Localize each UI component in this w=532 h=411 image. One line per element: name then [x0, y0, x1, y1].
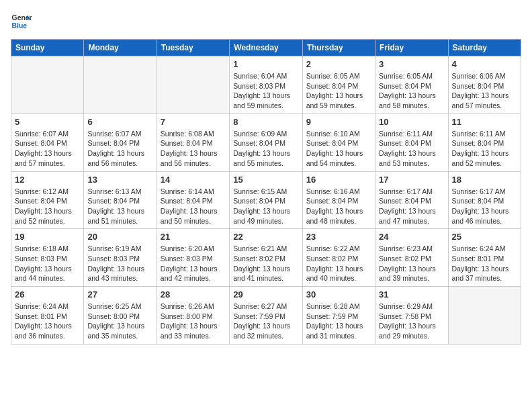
calendar-cell: 11Sunrise: 6:11 AM Sunset: 8:04 PM Dayli… — [448, 113, 521, 171]
day-number: 6 — [87, 117, 152, 127]
calendar-cell — [84, 56, 157, 114]
day-number: 13 — [87, 175, 152, 185]
weekday-header-saturday: Saturday — [448, 40, 521, 56]
calendar-cell: 7Sunrise: 6:08 AM Sunset: 8:04 PM Daylig… — [157, 113, 229, 171]
day-info: Sunrise: 6:12 AM Sunset: 8:04 PM Dayligh… — [15, 187, 80, 226]
calendar-cell: 28Sunrise: 6:26 AM Sunset: 8:00 PM Dayli… — [157, 287, 229, 345]
calendar-cell: 27Sunrise: 6:25 AM Sunset: 8:00 PM Dayli… — [84, 287, 157, 345]
day-number: 8 — [233, 117, 298, 127]
day-info: Sunrise: 6:05 AM Sunset: 8:04 PM Dayligh… — [379, 71, 444, 111]
day-info: Sunrise: 6:17 AM Sunset: 8:04 PM Dayligh… — [452, 187, 517, 226]
calendar-cell: 15Sunrise: 6:15 AM Sunset: 8:04 PM Dayli… — [230, 171, 302, 229]
day-number: 16 — [306, 175, 371, 185]
day-number: 20 — [87, 232, 152, 242]
day-number: 31 — [379, 289, 444, 300]
calendar-cell: 13Sunrise: 6:13 AM Sunset: 8:04 PM Dayli… — [84, 171, 157, 229]
week-row-3: 19Sunrise: 6:18 AM Sunset: 8:03 PM Dayli… — [11, 229, 521, 287]
calendar-cell: 9Sunrise: 6:10 AM Sunset: 8:04 PM Daylig… — [302, 113, 375, 171]
calendar-cell: 31Sunrise: 6:29 AM Sunset: 7:58 PM Dayli… — [375, 287, 448, 345]
calendar-table: SundayMondayTuesdayWednesdayThursdayFrid… — [11, 39, 521, 345]
day-number: 17 — [379, 175, 444, 185]
weekday-header-sunday: Sunday — [11, 40, 84, 56]
calendar-cell: 29Sunrise: 6:27 AM Sunset: 7:59 PM Dayli… — [230, 287, 302, 345]
calendar-cell: 2Sunrise: 6:05 AM Sunset: 8:04 PM Daylig… — [302, 56, 375, 114]
day-info: Sunrise: 6:16 AM Sunset: 8:04 PM Dayligh… — [306, 187, 371, 226]
weekday-header-wednesday: Wednesday — [230, 40, 302, 56]
day-info: Sunrise: 6:29 AM Sunset: 7:58 PM Dayligh… — [379, 302, 444, 341]
day-info: Sunrise: 6:07 AM Sunset: 8:04 PM Dayligh… — [15, 129, 80, 169]
calendar-cell: 21Sunrise: 6:20 AM Sunset: 8:03 PM Dayli… — [157, 229, 229, 287]
day-info: Sunrise: 6:25 AM Sunset: 8:00 PM Dayligh… — [87, 302, 152, 341]
calendar-cell: 16Sunrise: 6:16 AM Sunset: 8:04 PM Dayli… — [302, 171, 375, 229]
day-number: 11 — [452, 117, 517, 127]
day-info: Sunrise: 6:17 AM Sunset: 8:04 PM Dayligh… — [379, 187, 444, 226]
day-info: Sunrise: 6:19 AM Sunset: 8:03 PM Dayligh… — [87, 244, 152, 283]
day-number: 29 — [233, 289, 298, 300]
day-info: Sunrise: 6:22 AM Sunset: 8:02 PM Dayligh… — [306, 244, 371, 283]
day-number: 28 — [161, 289, 226, 300]
day-info: Sunrise: 6:11 AM Sunset: 8:04 PM Dayligh… — [379, 129, 444, 169]
week-row-1: 5Sunrise: 6:07 AM Sunset: 8:04 PM Daylig… — [11, 113, 521, 171]
day-number: 4 — [452, 59, 517, 69]
day-info: Sunrise: 6:21 AM Sunset: 8:02 PM Dayligh… — [233, 244, 298, 283]
calendar-cell: 23Sunrise: 6:22 AM Sunset: 8:02 PM Dayli… — [302, 229, 375, 287]
day-info: Sunrise: 6:13 AM Sunset: 8:04 PM Dayligh… — [87, 187, 152, 226]
day-number: 25 — [452, 232, 517, 242]
calendar-cell: 17Sunrise: 6:17 AM Sunset: 8:04 PM Dayli… — [375, 171, 448, 229]
day-info: Sunrise: 6:24 AM Sunset: 8:01 PM Dayligh… — [452, 244, 517, 283]
day-info: Sunrise: 6:15 AM Sunset: 8:04 PM Dayligh… — [233, 187, 298, 226]
calendar-cell: 3Sunrise: 6:05 AM Sunset: 8:04 PM Daylig… — [375, 56, 448, 114]
weekday-header-friday: Friday — [375, 40, 448, 56]
calendar-cell — [11, 56, 84, 114]
day-info: Sunrise: 6:27 AM Sunset: 7:59 PM Dayligh… — [233, 302, 298, 341]
calendar-cell: 10Sunrise: 6:11 AM Sunset: 8:04 PM Dayli… — [375, 113, 448, 171]
day-number: 27 — [87, 289, 152, 300]
week-row-0: 1Sunrise: 6:04 AM Sunset: 8:03 PM Daylig… — [11, 56, 521, 114]
day-number: 18 — [452, 175, 517, 185]
calendar-cell: 4Sunrise: 6:06 AM Sunset: 8:04 PM Daylig… — [448, 56, 521, 114]
calendar-cell: 5Sunrise: 6:07 AM Sunset: 8:04 PM Daylig… — [11, 113, 84, 171]
day-number: 14 — [161, 175, 226, 185]
weekday-header-thursday: Thursday — [302, 40, 375, 56]
calendar-cell: 24Sunrise: 6:23 AM Sunset: 8:02 PM Dayli… — [375, 229, 448, 287]
day-number: 5 — [15, 117, 80, 127]
day-number: 9 — [306, 117, 371, 127]
day-number: 12 — [15, 175, 80, 185]
calendar-cell: 18Sunrise: 6:17 AM Sunset: 8:04 PM Dayli… — [448, 171, 521, 229]
day-number: 30 — [306, 289, 371, 300]
calendar-cell: 20Sunrise: 6:19 AM Sunset: 8:03 PM Dayli… — [84, 229, 157, 287]
day-info: Sunrise: 6:10 AM Sunset: 8:04 PM Dayligh… — [306, 129, 371, 169]
day-info: Sunrise: 6:04 AM Sunset: 8:03 PM Dayligh… — [233, 71, 298, 111]
day-number: 26 — [15, 289, 80, 300]
day-number: 7 — [161, 117, 226, 127]
calendar-cell: 1Sunrise: 6:04 AM Sunset: 8:03 PM Daylig… — [230, 56, 302, 114]
day-info: Sunrise: 6:24 AM Sunset: 8:01 PM Dayligh… — [15, 302, 80, 341]
calendar-cell: 14Sunrise: 6:14 AM Sunset: 8:04 PM Dayli… — [157, 171, 229, 229]
logo: General Blue — [11, 11, 32, 32]
calendar-cell: 30Sunrise: 6:28 AM Sunset: 7:59 PM Dayli… — [302, 287, 375, 345]
day-info: Sunrise: 6:08 AM Sunset: 8:04 PM Dayligh… — [161, 129, 226, 169]
day-info: Sunrise: 6:20 AM Sunset: 8:03 PM Dayligh… — [161, 244, 226, 283]
day-number: 3 — [379, 59, 444, 69]
weekday-header-tuesday: Tuesday — [157, 40, 229, 56]
day-number: 1 — [233, 59, 298, 69]
day-info: Sunrise: 6:11 AM Sunset: 8:04 PM Dayligh… — [452, 129, 517, 169]
day-number: 22 — [233, 232, 298, 242]
calendar-cell: 19Sunrise: 6:18 AM Sunset: 8:03 PM Dayli… — [11, 229, 84, 287]
week-row-2: 12Sunrise: 6:12 AM Sunset: 8:04 PM Dayli… — [11, 171, 521, 229]
week-row-4: 26Sunrise: 6:24 AM Sunset: 8:01 PM Dayli… — [11, 287, 521, 345]
day-number: 19 — [15, 232, 80, 242]
day-info: Sunrise: 6:06 AM Sunset: 8:04 PM Dayligh… — [452, 71, 517, 111]
day-number: 10 — [379, 117, 444, 127]
calendar-cell: 6Sunrise: 6:07 AM Sunset: 8:04 PM Daylig… — [84, 113, 157, 171]
day-info: Sunrise: 6:07 AM Sunset: 8:04 PM Dayligh… — [87, 129, 152, 169]
day-number: 24 — [379, 232, 444, 242]
calendar-cell — [448, 287, 521, 345]
day-info: Sunrise: 6:09 AM Sunset: 8:04 PM Dayligh… — [233, 129, 298, 169]
day-info: Sunrise: 6:26 AM Sunset: 8:00 PM Dayligh… — [161, 302, 226, 341]
day-info: Sunrise: 6:23 AM Sunset: 8:02 PM Dayligh… — [379, 244, 444, 283]
weekday-header-monday: Monday — [84, 40, 157, 56]
calendar-cell: 22Sunrise: 6:21 AM Sunset: 8:02 PM Dayli… — [230, 229, 302, 287]
calendar-cell: 8Sunrise: 6:09 AM Sunset: 8:04 PM Daylig… — [230, 113, 302, 171]
day-number: 15 — [233, 175, 298, 185]
